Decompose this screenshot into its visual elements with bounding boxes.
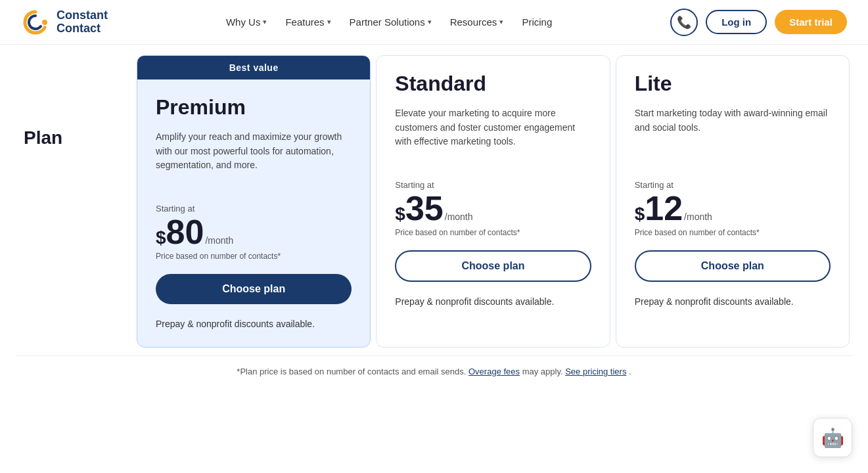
lite-discount-text: Prepay & nonprofit discounts available. [635, 295, 831, 309]
nav-features[interactable]: Features ▾ [285, 16, 331, 28]
lite-starting-at: Starting at [635, 180, 831, 190]
nav-actions: 📞 Log in Start trial [670, 9, 847, 36]
lite-choose-plan-button[interactable]: Choose plan [635, 250, 831, 282]
login-button[interactable]: Log in [706, 10, 767, 34]
logo-line2: Contact [57, 22, 108, 35]
premium-price-row: $ 80 /month [156, 215, 352, 249]
premium-plan-name: Premium [156, 95, 352, 120]
chevron-icon: ▾ [263, 18, 267, 26]
premium-card-body: Premium Amplify your reach and maximize … [137, 79, 370, 347]
cards-container: Best value Premium Amplify your reach an… [134, 55, 852, 348]
nav-links: Why Us ▾ Features ▾ Partner Solutions ▾ … [226, 16, 552, 28]
svg-point-1 [42, 20, 47, 25]
standard-discount-text: Prepay & nonprofit discounts available. [395, 295, 591, 309]
nav-partner-solutions[interactable]: Partner Solutions ▾ [350, 16, 432, 28]
lite-price-dollar: $ [635, 204, 645, 225]
lite-price-amount: 12 [645, 191, 683, 225]
standard-choose-plan-button[interactable]: Choose plan [395, 250, 591, 282]
lite-plan-desc: Start marketing today with award-winning… [635, 106, 831, 164]
standard-price-per: /month [445, 212, 473, 222]
plan-card-premium: Best value Premium Amplify your reach an… [137, 55, 371, 348]
nav-resources[interactable]: Resources ▾ [450, 16, 504, 28]
standard-plan-desc: Elevate your marketing to acquire more c… [395, 106, 591, 164]
premium-price-per: /month [205, 235, 233, 246]
lite-plan-name: Lite [635, 72, 831, 96]
premium-price-dollar: $ [156, 227, 166, 248]
logo-icon [21, 8, 50, 37]
premium-price-amount: 80 [166, 215, 204, 249]
start-trial-button[interactable]: Start trial [775, 10, 847, 34]
lite-price-row: $ 12 /month [635, 191, 831, 225]
logo[interactable]: Constant Contact [21, 8, 108, 37]
premium-price-note: Price based on number of contacts* [156, 252, 352, 261]
footer-pricing-note: *Plan price is based on number of contac… [16, 355, 852, 382]
pricing-section: Plan Best value Premium Amplify your rea… [16, 45, 852, 348]
overage-fees-link[interactable]: Overage fees [468, 367, 520, 376]
navbar: Constant Contact Why Us ▾ Features ▾ Par… [0, 0, 868, 45]
chevron-icon: ▾ [327, 18, 331, 26]
standard-price-dollar: $ [395, 204, 405, 225]
chevron-icon: ▾ [499, 18, 503, 26]
standard-price-amount: 35 [405, 191, 444, 225]
pricing-tiers-link[interactable]: See pricing tiers [565, 367, 626, 376]
nav-pricing[interactable]: Pricing [522, 16, 552, 28]
plan-label: Plan [24, 127, 134, 148]
premium-discount-text: Prepay & nonprofit discounts available. [156, 317, 352, 331]
lite-card-body: Lite Start marketing today with award-wi… [616, 56, 849, 325]
premium-choose-plan-button[interactable]: Choose plan [156, 274, 352, 304]
premium-plan-desc: Amplify your reach and maximize your gro… [156, 130, 352, 188]
phone-button[interactable]: 📞 [670, 9, 698, 36]
nav-why-us[interactable]: Why Us ▾ [226, 16, 267, 28]
standard-price-note: Price based on number of contacts* [395, 228, 591, 237]
plan-card-lite: Lite Start marketing today with award-wi… [616, 55, 850, 348]
plan-label-column: Plan [16, 55, 134, 148]
logo-line1: Constant [57, 9, 108, 22]
standard-plan-name: Standard [395, 72, 591, 96]
logo-text: Constant Contact [57, 9, 108, 35]
lite-price-note: Price based on number of contacts* [635, 228, 831, 237]
main-content: Plan Best value Premium Amplify your rea… [0, 45, 868, 408]
plan-card-standard: Standard Elevate your marketing to acqui… [376, 55, 610, 348]
premium-starting-at: Starting at [156, 204, 352, 214]
phone-icon: 📞 [677, 15, 691, 30]
best-value-banner: Best value [137, 56, 370, 79]
standard-starting-at: Starting at [395, 180, 591, 190]
lite-price-per: /month [684, 212, 712, 222]
standard-price-row: $ 35 /month [395, 191, 591, 225]
standard-card-body: Standard Elevate your marketing to acqui… [377, 56, 609, 325]
chevron-icon: ▾ [428, 18, 432, 26]
